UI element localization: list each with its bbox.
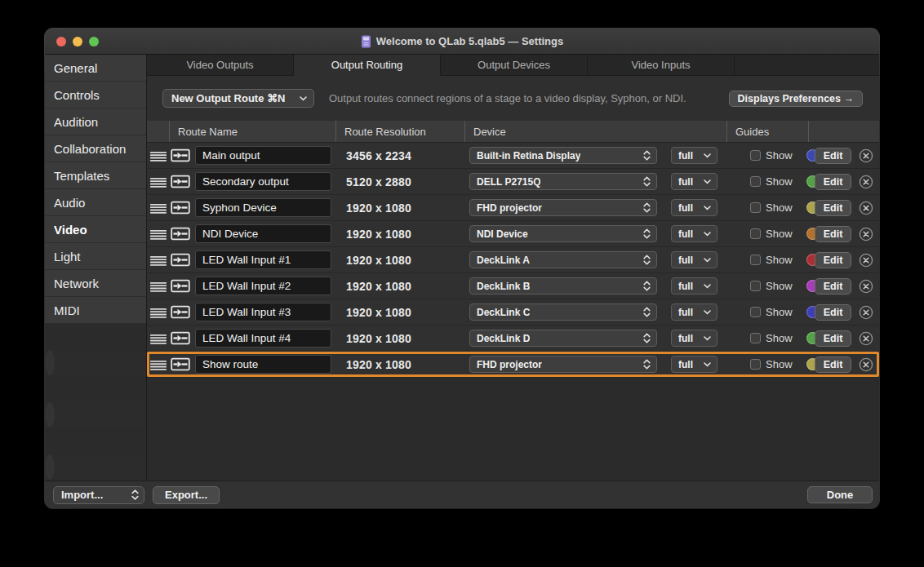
route-row: Secondary output 5120 x 2880 DELL P2715Q… [147, 169, 879, 195]
sidebar-item-network[interactable]: Network [45, 270, 146, 297]
sidebar-item-templates[interactable]: Templates [45, 162, 146, 189]
drag-handle-icon[interactable] [150, 150, 167, 162]
region-mode-dropdown[interactable]: full [671, 330, 717, 347]
edit-button[interactable]: Edit [815, 226, 851, 242]
device-dropdown[interactable]: FHD projector [469, 356, 657, 373]
route-name-input[interactable]: LED Wall Input #2 [195, 277, 331, 295]
chevron-down-icon [300, 96, 307, 101]
region-mode-dropdown[interactable]: full [671, 303, 717, 321]
show-guides-checkbox[interactable] [750, 228, 761, 239]
route-row: Show route 1920 x 1080 FHD projector ful… [147, 352, 879, 378]
region-mode-dropdown[interactable]: full [671, 225, 717, 242]
delete-route-button[interactable] [859, 331, 873, 346]
drag-handle-icon[interactable] [150, 228, 167, 240]
route-name-input[interactable]: LED Wall Input #3 [195, 303, 331, 321]
show-guides-checkbox[interactable] [750, 255, 761, 265]
delete-route-button[interactable] [859, 253, 873, 268]
region-mode-dropdown[interactable]: full [671, 199, 717, 216]
device-dropdown[interactable]: NDI Device [469, 225, 657, 242]
close-button[interactable] [56, 37, 66, 47]
sidebar-item-light[interactable]: Light [45, 243, 146, 270]
show-guides-checkbox[interactable] [750, 150, 761, 161]
device-dropdown[interactable]: DeckLink C [469, 303, 657, 321]
chevron-down-icon [704, 336, 711, 341]
import-dropdown[interactable]: Import... [53, 486, 144, 504]
tab-output-routing[interactable]: Output Routing [294, 55, 441, 76]
sidebar-item-video[interactable]: Video [45, 216, 146, 243]
route-name-input[interactable]: Main output [195, 146, 331, 165]
delete-route-button[interactable] [859, 201, 873, 215]
minimize-button[interactable] [73, 37, 82, 47]
edit-button[interactable]: Edit [815, 252, 851, 268]
delete-route-button[interactable] [859, 227, 873, 241]
show-guides-checkbox[interactable] [750, 307, 761, 317]
tab-video-inputs[interactable]: Video Inputs [588, 55, 735, 76]
chevron-up-down-icon [643, 307, 651, 317]
device-dropdown[interactable]: DELL P2715Q [469, 173, 657, 190]
device-dropdown[interactable]: DeckLink B [469, 277, 657, 295]
delete-route-button[interactable] [859, 279, 873, 294]
sidebar-empty-row [45, 376, 146, 402]
drag-handle-icon[interactable] [150, 255, 167, 266]
region-mode-dropdown[interactable]: full [671, 251, 717, 268]
show-guides-checkbox[interactable] [750, 281, 761, 291]
delete-route-button[interactable] [859, 357, 873, 372]
chevron-up-down-icon [643, 176, 651, 187]
route-name-input[interactable]: Syphon Device [195, 198, 331, 217]
displays-preferences-button[interactable]: Displays Preferences → [729, 91, 863, 107]
tab-video-outputs[interactable]: Video Outputs [147, 55, 294, 76]
show-guides-checkbox[interactable] [750, 359, 761, 370]
region-mode-dropdown[interactable]: full [671, 147, 717, 164]
sidebar-item-audition[interactable]: Audition [45, 109, 146, 135]
drag-handle-icon[interactable] [150, 281, 167, 292]
header-route-name: Route Name [170, 121, 336, 142]
sidebar-item-general[interactable]: General [45, 55, 146, 82]
done-button[interactable]: Done [807, 486, 873, 503]
route-name-input[interactable]: LED Wall Input #4 [195, 329, 331, 348]
edit-button[interactable]: Edit [815, 330, 851, 347]
drag-handle-icon[interactable] [150, 202, 167, 214]
show-guides-checkbox[interactable] [750, 176, 761, 187]
show-guides-checkbox[interactable] [750, 333, 761, 343]
delete-route-button[interactable] [859, 175, 873, 189]
region-mode-dropdown[interactable]: full [671, 277, 717, 295]
edit-button[interactable]: Edit [815, 304, 851, 321]
show-guides-checkbox[interactable] [750, 202, 761, 213]
sidebar-item-midi[interactable]: MIDI [45, 297, 146, 324]
edit-button[interactable]: Edit [815, 278, 851, 295]
chevron-up-down-icon [643, 333, 651, 343]
region-mode-dropdown[interactable]: full [671, 173, 717, 190]
drag-handle-icon[interactable] [150, 333, 167, 344]
sidebar-item-collaboration[interactable]: Collaboration [45, 135, 146, 162]
sidebar-item-audio[interactable]: Audio [45, 189, 146, 216]
titlebar[interactable]: Welcome to QLab 5.qlab5 — Settings [45, 29, 879, 55]
new-output-route-dropdown[interactable]: New Output Route ⌘N [162, 89, 314, 108]
edit-button[interactable]: Edit [815, 200, 851, 216]
drag-handle-icon[interactable] [150, 176, 167, 188]
show-guides-label: Show [766, 332, 793, 344]
edit-button[interactable]: Edit [815, 174, 851, 190]
route-icon [171, 279, 190, 293]
drag-handle-icon[interactable] [150, 307, 167, 318]
device-dropdown[interactable]: DeckLink A [469, 251, 657, 268]
edit-button[interactable]: Edit [815, 148, 851, 164]
route-name-input[interactable]: LED Wall Input #1 [195, 250, 331, 269]
edit-button[interactable]: Edit [815, 357, 851, 373]
route-name-input[interactable]: Secondary output [195, 172, 331, 191]
delete-route-button[interactable] [859, 305, 873, 320]
route-name-input[interactable]: NDI Device [195, 224, 331, 243]
sidebar-item-controls[interactable]: Controls [45, 82, 146, 109]
export-button[interactable]: Export... [153, 486, 220, 504]
routes-table: Route Name Route Resolution Device Guide… [147, 121, 879, 481]
route-resolution: 1920 x 1080 [346, 306, 411, 319]
region-mode-dropdown[interactable]: full [671, 356, 717, 373]
drag-handle-icon[interactable] [150, 359, 167, 370]
device-dropdown[interactable]: FHD projector [469, 199, 657, 216]
tab-output-devices[interactable]: Output Devices [441, 55, 588, 76]
device-dropdown[interactable]: Built-in Retina Display [469, 147, 657, 164]
route-name-input[interactable]: Show route [195, 355, 331, 374]
region-mode-value: full [678, 202, 693, 214]
zoom-button[interactable] [89, 37, 99, 47]
device-dropdown[interactable]: DeckLink D [469, 330, 657, 347]
delete-route-button[interactable] [859, 148, 873, 163]
